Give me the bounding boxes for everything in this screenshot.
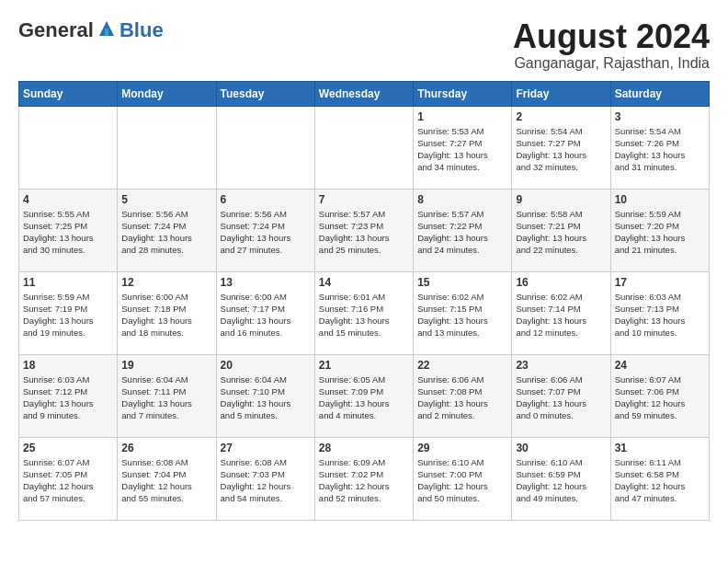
day-content: Sunrise: 5:53 AM Sunset: 7:27 PM Dayligh…	[417, 125, 507, 174]
calendar-cell: 3Sunrise: 5:54 AM Sunset: 7:26 PM Daylig…	[610, 106, 709, 189]
day-number: 23	[516, 359, 606, 372]
calendar-week-row: 18Sunrise: 6:03 AM Sunset: 7:12 PM Dayli…	[19, 354, 710, 437]
calendar-cell: 17Sunrise: 6:03 AM Sunset: 7:13 PM Dayli…	[610, 271, 709, 354]
calendar-week-row: 4Sunrise: 5:55 AM Sunset: 7:25 PM Daylig…	[19, 189, 710, 271]
calendar-cell: 26Sunrise: 6:08 AM Sunset: 7:04 PM Dayli…	[118, 437, 216, 520]
calendar-cell: 28Sunrise: 6:09 AM Sunset: 7:02 PM Dayli…	[314, 437, 413, 520]
day-number: 26	[121, 442, 211, 454]
calendar-cell: 23Sunrise: 6:06 AM Sunset: 7:07 PM Dayli…	[512, 354, 610, 437]
title-block: August 2024 Ganganagar, Rajasthan, India	[513, 18, 710, 72]
day-content: Sunrise: 6:08 AM Sunset: 7:03 PM Dayligh…	[221, 456, 311, 505]
day-number: 8	[417, 193, 507, 206]
day-content: Sunrise: 6:00 AM Sunset: 7:17 PM Dayligh…	[221, 291, 311, 339]
day-number: 5	[121, 193, 211, 206]
weekday-header: Friday	[512, 81, 610, 106]
day-content: Sunrise: 5:57 AM Sunset: 7:23 PM Dayligh…	[319, 208, 409, 257]
calendar-cell: 25Sunrise: 6:07 AM Sunset: 7:05 PM Dayli…	[19, 437, 118, 520]
calendar-week-row: 1Sunrise: 5:53 AM Sunset: 7:27 PM Daylig…	[19, 106, 710, 189]
calendar-cell	[19, 106, 118, 189]
calendar-cell: 4Sunrise: 5:55 AM Sunset: 7:25 PM Daylig…	[19, 189, 118, 271]
day-number: 15	[417, 276, 507, 289]
day-number: 19	[121, 359, 211, 372]
day-number: 12	[121, 276, 211, 289]
day-content: Sunrise: 6:04 AM Sunset: 7:11 PM Dayligh…	[121, 373, 211, 422]
calendar-cell: 29Sunrise: 6:10 AM Sunset: 7:00 PM Dayli…	[414, 437, 512, 520]
day-content: Sunrise: 5:59 AM Sunset: 7:19 PM Dayligh…	[23, 291, 113, 339]
calendar-cell	[216, 106, 314, 189]
page-header: General Blue August 2024 Ganganagar, Raj…	[18, 18, 710, 72]
day-content: Sunrise: 5:56 AM Sunset: 7:24 PM Dayligh…	[121, 208, 211, 257]
day-number: 25	[23, 442, 113, 454]
day-content: Sunrise: 6:00 AM Sunset: 7:18 PM Dayligh…	[121, 291, 211, 339]
calendar-cell: 19Sunrise: 6:04 AM Sunset: 7:11 PM Dayli…	[118, 354, 216, 437]
day-number: 2	[516, 110, 606, 123]
calendar-cell: 8Sunrise: 5:57 AM Sunset: 7:22 PM Daylig…	[414, 189, 512, 271]
calendar-week-row: 11Sunrise: 5:59 AM Sunset: 7:19 PM Dayli…	[19, 271, 710, 354]
calendar-cell: 15Sunrise: 6:02 AM Sunset: 7:15 PM Dayli…	[414, 271, 512, 354]
calendar-cell: 7Sunrise: 5:57 AM Sunset: 7:23 PM Daylig…	[314, 189, 413, 271]
logo-general: General	[18, 18, 94, 42]
day-content: Sunrise: 5:58 AM Sunset: 7:21 PM Dayligh…	[516, 208, 606, 257]
day-number: 24	[615, 359, 705, 372]
day-number: 22	[417, 359, 507, 372]
day-content: Sunrise: 5:59 AM Sunset: 7:20 PM Dayligh…	[615, 208, 705, 257]
day-content: Sunrise: 6:06 AM Sunset: 7:08 PM Dayligh…	[417, 373, 507, 422]
day-content: Sunrise: 5:54 AM Sunset: 7:27 PM Dayligh…	[516, 125, 606, 174]
calendar-cell: 1Sunrise: 5:53 AM Sunset: 7:27 PM Daylig…	[414, 106, 512, 189]
calendar-cell: 12Sunrise: 6:00 AM Sunset: 7:18 PM Dayli…	[118, 271, 216, 354]
calendar-cell: 20Sunrise: 6:04 AM Sunset: 7:10 PM Dayli…	[216, 354, 314, 437]
calendar-cell: 2Sunrise: 5:54 AM Sunset: 7:27 PM Daylig…	[512, 106, 610, 189]
day-content: Sunrise: 6:10 AM Sunset: 7:00 PM Dayligh…	[417, 456, 507, 505]
day-number: 4	[23, 193, 113, 206]
weekday-header: Monday	[118, 81, 216, 106]
calendar-cell	[118, 106, 216, 189]
day-number: 14	[319, 276, 409, 289]
day-content: Sunrise: 6:02 AM Sunset: 7:14 PM Dayligh…	[516, 291, 606, 339]
day-content: Sunrise: 6:10 AM Sunset: 6:59 PM Dayligh…	[516, 456, 606, 505]
calendar-cell: 13Sunrise: 6:00 AM Sunset: 7:17 PM Dayli…	[216, 271, 314, 354]
calendar-cell: 14Sunrise: 6:01 AM Sunset: 7:16 PM Dayli…	[314, 271, 413, 354]
calendar-cell: 18Sunrise: 6:03 AM Sunset: 7:12 PM Dayli…	[19, 354, 118, 437]
day-content: Sunrise: 6:11 AM Sunset: 6:58 PM Dayligh…	[615, 456, 705, 505]
weekday-header: Sunday	[19, 81, 118, 106]
weekday-header: Saturday	[610, 81, 709, 106]
calendar-cell: 21Sunrise: 6:05 AM Sunset: 7:09 PM Dayli…	[314, 354, 413, 437]
day-content: Sunrise: 6:05 AM Sunset: 7:09 PM Dayligh…	[319, 373, 409, 422]
day-number: 17	[615, 276, 705, 289]
day-content: Sunrise: 5:54 AM Sunset: 7:26 PM Dayligh…	[615, 125, 705, 174]
page-title: August 2024	[513, 18, 710, 55]
calendar-cell: 16Sunrise: 6:02 AM Sunset: 7:14 PM Dayli…	[512, 271, 610, 354]
logo-icon	[96, 19, 118, 41]
day-number: 9	[516, 193, 606, 206]
day-number: 6	[221, 193, 311, 206]
day-number: 13	[221, 276, 311, 289]
calendar-cell: 11Sunrise: 5:59 AM Sunset: 7:19 PM Dayli…	[19, 271, 118, 354]
page-subtitle: Ganganagar, Rajasthan, India	[513, 55, 710, 72]
weekday-header: Tuesday	[216, 81, 314, 106]
day-number: 28	[319, 442, 409, 454]
day-number: 16	[516, 276, 606, 289]
day-content: Sunrise: 6:09 AM Sunset: 7:02 PM Dayligh…	[319, 456, 409, 505]
day-content: Sunrise: 6:04 AM Sunset: 7:10 PM Dayligh…	[221, 373, 311, 422]
logo-blue: Blue	[119, 18, 164, 42]
weekday-header-row: SundayMondayTuesdayWednesdayThursdayFrid…	[19, 81, 710, 106]
day-number: 21	[319, 359, 409, 372]
day-content: Sunrise: 5:55 AM Sunset: 7:25 PM Dayligh…	[23, 208, 113, 257]
day-number: 7	[319, 193, 409, 206]
day-content: Sunrise: 6:07 AM Sunset: 7:05 PM Dayligh…	[23, 456, 113, 505]
day-content: Sunrise: 5:56 AM Sunset: 7:24 PM Dayligh…	[221, 208, 311, 257]
calendar-cell: 5Sunrise: 5:56 AM Sunset: 7:24 PM Daylig…	[118, 189, 216, 271]
calendar-cell: 9Sunrise: 5:58 AM Sunset: 7:21 PM Daylig…	[512, 189, 610, 271]
day-content: Sunrise: 6:03 AM Sunset: 7:13 PM Dayligh…	[615, 291, 705, 339]
day-number: 20	[221, 359, 311, 372]
calendar-cell: 10Sunrise: 5:59 AM Sunset: 7:20 PM Dayli…	[610, 189, 709, 271]
calendar-cell: 30Sunrise: 6:10 AM Sunset: 6:59 PM Dayli…	[512, 437, 610, 520]
calendar-cell: 6Sunrise: 5:56 AM Sunset: 7:24 PM Daylig…	[216, 189, 314, 271]
day-content: Sunrise: 6:03 AM Sunset: 7:12 PM Dayligh…	[23, 373, 113, 422]
calendar-cell	[314, 106, 413, 189]
day-number: 1	[417, 110, 507, 123]
day-number: 30	[516, 442, 606, 454]
logo: General Blue	[18, 18, 164, 42]
day-number: 10	[615, 193, 705, 206]
calendar-cell: 24Sunrise: 6:07 AM Sunset: 7:06 PM Dayli…	[610, 354, 709, 437]
